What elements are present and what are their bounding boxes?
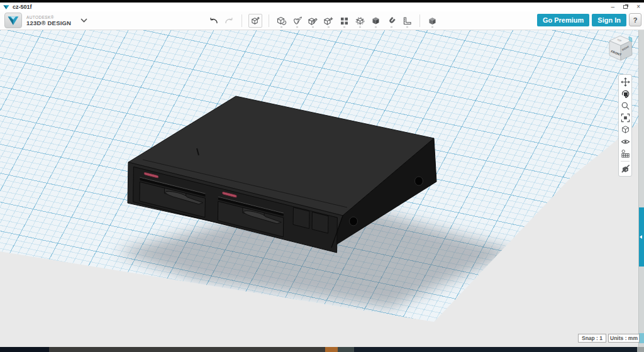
minimize-button[interactable]: –: [611, 4, 615, 10]
transform-tool[interactable]: [248, 14, 262, 28]
view-cube[interactable]: FRONT RIGHT TOP: [0, 30, 644, 347]
pattern-tool[interactable]: [338, 14, 350, 28]
viewport-canvas[interactable]: FRONT RIGHT TOP: [0, 30, 644, 347]
brand-line2: 123D® DESIGN: [26, 19, 71, 26]
document-title: cz-501f: [13, 4, 32, 10]
close-button[interactable]: ×: [636, 4, 640, 10]
units-setting[interactable]: Units : mm: [608, 334, 640, 343]
toolbar-separator: [419, 14, 420, 27]
construct-tool[interactable]: [307, 14, 319, 28]
restore-button[interactable]: [623, 4, 628, 10]
measure-tool[interactable]: [401, 14, 413, 28]
track-bottom-cap: [639, 333, 644, 343]
combine-tool[interactable]: [370, 14, 382, 28]
go-premium-button[interactable]: Go Premium: [537, 14, 589, 26]
undo-button[interactable]: [208, 14, 219, 28]
hide-show-icon[interactable]: [619, 136, 631, 148]
zoom-icon[interactable]: [619, 100, 631, 112]
help-button[interactable]: ?: [629, 13, 641, 26]
view-camera-icon[interactable]: [619, 124, 631, 136]
material-icon[interactable]: [619, 163, 631, 175]
view-tool[interactable]: [426, 14, 438, 28]
sign-in-button[interactable]: Sign In: [592, 14, 626, 26]
zoom-to-fit-icon[interactable]: [619, 112, 631, 124]
sketch-tool[interactable]: [291, 14, 303, 28]
main-toolbar: AUTODESK® 123D® DESIGN: [0, 11, 644, 30]
parts-panel-tab[interactable]: [639, 207, 644, 267]
app-logo: [4, 13, 22, 28]
pan-icon[interactable]: [619, 76, 631, 88]
toggle-grid-icon[interactable]: [619, 148, 631, 160]
palette-divider: [621, 161, 630, 162]
snap-setting[interactable]: Snap : 1: [578, 334, 606, 343]
primitives-tool[interactable]: [275, 14, 287, 28]
app-icon: [3, 4, 9, 10]
chevron-down-icon[interactable]: [80, 18, 87, 23]
grouping-tool[interactable]: [354, 14, 366, 28]
right-panel-track[interactable]: [638, 30, 644, 347]
redo-button[interactable]: [223, 14, 235, 28]
orbit-icon[interactable]: [619, 88, 631, 100]
toolbar-separator: [242, 14, 242, 27]
panel-expand-arrow-icon: [640, 235, 642, 239]
navigation-palette: [618, 74, 632, 177]
taskbar-sliver: [0, 347, 644, 352]
title-bar: cz-501f – ×: [0, 3, 644, 11]
snap-tool[interactable]: [386, 14, 397, 28]
app-menu[interactable]: AUTODESK® 123D® DESIGN: [4, 13, 87, 28]
modify-tool[interactable]: [323, 14, 335, 28]
brand-line1: AUTODESK®: [26, 15, 71, 19]
toolbar-separator: [269, 14, 269, 27]
